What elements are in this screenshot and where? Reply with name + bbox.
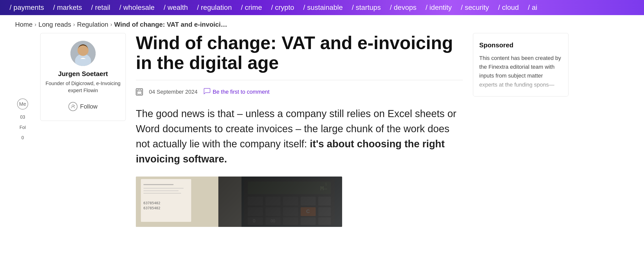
sponsored-box: Sponsored This content has been created … bbox=[473, 33, 569, 96]
sponsored-text: This content has been created by the Fin… bbox=[479, 54, 562, 89]
author-title: Founder of Digicrowd, e-Invoicing expert… bbox=[46, 80, 120, 94]
nav-item-markets[interactable]: / markets bbox=[49, 4, 87, 12]
left-sidebar: Me 03 Fol 0 bbox=[15, 33, 30, 227]
breadcrumb-sep-1: › bbox=[34, 21, 36, 28]
article-meta: 04 September 2024 Be the first to commen… bbox=[136, 88, 463, 96]
svg-rect-18 bbox=[242, 177, 342, 227]
svg-rect-29 bbox=[301, 207, 316, 216]
breadcrumb-home[interactable]: Home bbox=[15, 21, 32, 28]
svg-rect-34 bbox=[265, 217, 280, 225]
nav-item-wholesale[interactable]: / wholesale bbox=[115, 4, 159, 12]
nav-item-crypto[interactable]: / crypto bbox=[266, 4, 299, 12]
svg-rect-25 bbox=[318, 197, 331, 205]
follow-button[interactable]: Follow bbox=[46, 100, 120, 113]
svg-text:63785402: 63785402 bbox=[143, 206, 160, 210]
title-divider bbox=[136, 80, 463, 80]
nav-item-identity[interactable]: / identity bbox=[421, 4, 456, 12]
main-layout: Me 03 Fol 0 Jurgen Soetaert Founder of D… bbox=[0, 33, 644, 237]
breadcrumb-sep-2: › bbox=[73, 21, 75, 28]
svg-rect-6 bbox=[137, 90, 142, 94]
nav-item-retail[interactable]: / retail bbox=[87, 4, 115, 12]
svg-rect-28 bbox=[283, 207, 298, 216]
sponsored-label: Sponsored bbox=[479, 40, 562, 50]
svg-rect-38 bbox=[318, 217, 331, 225]
svg-text:C: C bbox=[306, 209, 310, 214]
breadcrumb-sep-3: › bbox=[110, 21, 112, 28]
nav-item-sustainable[interactable]: / sustainable bbox=[299, 4, 347, 12]
svg-rect-36 bbox=[283, 217, 298, 225]
nav-item-wealth[interactable]: / wealth bbox=[159, 4, 192, 12]
article-image: 63785402 63785402 bbox=[136, 177, 342, 227]
article-area: Wind of change: VAT and e-invoicing in t… bbox=[136, 33, 463, 227]
nav-item-payments[interactable]: / payments bbox=[5, 4, 49, 12]
author-name: Jurgen Soetaert bbox=[46, 70, 120, 78]
svg-rect-37 bbox=[301, 217, 316, 225]
sidebar-fol-count: 0 bbox=[21, 135, 24, 141]
svg-rect-11 bbox=[141, 179, 191, 222]
svg-text:63785402: 63785402 bbox=[143, 201, 160, 205]
svg-text:M–: M– bbox=[320, 185, 327, 192]
nav-item-devops[interactable]: / devops bbox=[385, 4, 421, 12]
svg-text:1: 1 bbox=[325, 182, 327, 186]
breadcrumb-current: Wind of change: VAT and e-invoici… bbox=[114, 21, 227, 28]
svg-text:00: 00 bbox=[271, 219, 275, 223]
svg-rect-27 bbox=[265, 207, 280, 216]
author-card: Jurgen Soetaert Founder of Digicrowd, e-… bbox=[40, 33, 126, 121]
svg-rect-21 bbox=[248, 197, 263, 205]
breadcrumb: Home › Long reads › Regulation › Wind of… bbox=[0, 15, 644, 33]
sidebar-me-label: Me bbox=[19, 101, 26, 107]
article-date: 04 September 2024 bbox=[149, 89, 197, 95]
article-body: The good news is that – unless a company… bbox=[136, 106, 463, 166]
nav-item-ai[interactable]: / ai bbox=[523, 4, 542, 12]
svg-rect-20 bbox=[248, 182, 331, 194]
author-avatar bbox=[70, 41, 96, 66]
top-navigation: / payments/ markets/ retail/ wholesale/ … bbox=[0, 0, 644, 15]
svg-rect-24 bbox=[301, 197, 316, 205]
nav-item-regulation[interactable]: / regulation bbox=[192, 4, 236, 12]
follow-label: Follow bbox=[80, 103, 97, 110]
article-image-visual: 63785402 63785402 bbox=[136, 177, 342, 227]
comment-link[interactable]: Be the first to comment bbox=[204, 88, 269, 96]
nav-item-crime[interactable]: / crime bbox=[236, 4, 266, 12]
sidebar-fol-label: Fol bbox=[19, 125, 26, 130]
svg-rect-14 bbox=[143, 190, 179, 191]
svg-rect-19 bbox=[244, 179, 335, 224]
svg-rect-26 bbox=[248, 207, 263, 216]
svg-rect-22 bbox=[265, 197, 280, 205]
sidebar-me-icon[interactable]: Me bbox=[17, 98, 28, 110]
nav-item-startups[interactable]: / startups bbox=[347, 4, 385, 12]
nav-item-cloud[interactable]: / cloud bbox=[494, 4, 524, 12]
svg-rect-13 bbox=[143, 188, 184, 189]
comment-link-text[interactable]: Be the first to comment bbox=[213, 89, 269, 95]
svg-rect-32 bbox=[248, 217, 263, 225]
svg-rect-12 bbox=[143, 184, 174, 185]
nav-item-security[interactable]: / security bbox=[456, 4, 494, 12]
sidebar-me-count: 03 bbox=[20, 115, 25, 120]
calendar-icon bbox=[136, 88, 143, 95]
svg-rect-31 bbox=[318, 207, 331, 216]
breadcrumb-long-reads[interactable]: Long reads bbox=[38, 21, 71, 28]
svg-text:0: 0 bbox=[253, 218, 255, 223]
comment-bubble-icon bbox=[204, 88, 211, 96]
breadcrumb-regulation[interactable]: Regulation bbox=[77, 21, 108, 28]
svg-rect-15 bbox=[143, 193, 181, 194]
follow-icon bbox=[68, 102, 77, 111]
svg-rect-23 bbox=[283, 197, 298, 205]
article-title: Wind of change: VAT and e-invoicing in t… bbox=[136, 33, 463, 73]
